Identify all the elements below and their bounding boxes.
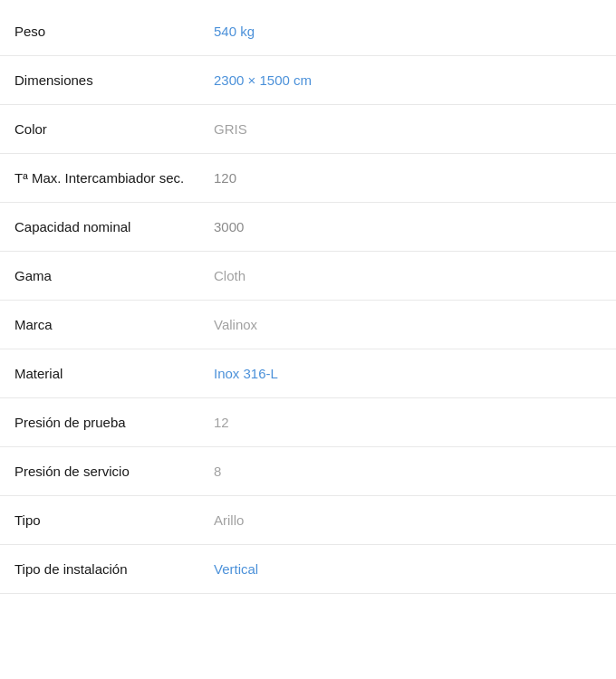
spec-row-capacidad-nominal: Capacidad nominal3000 — [0, 203, 616, 252]
spec-value-presion-prueba: 12 — [214, 415, 229, 430]
spec-value-dimensiones: 2300 × 1500 cm — [214, 72, 312, 88]
spec-label-tipo: Tipo — [14, 512, 214, 528]
spec-label-peso: Peso — [14, 24, 214, 39]
spec-value-material: Inox 316-L — [214, 366, 278, 381]
spec-label-material: Material — [14, 366, 214, 381]
spec-label-presion-servicio: Presión de servicio — [14, 464, 214, 479]
spec-row-marca: MarcaValinox — [0, 301, 616, 349]
spec-row-peso: Peso540 kg — [0, 7, 616, 56]
specs-list: Peso540 kgDimensiones2300 × 1500 cmColor… — [0, 7, 616, 594]
spec-value-marca: Valinox — [214, 317, 257, 332]
spec-value-gama: Cloth — [214, 268, 245, 283]
spec-row-tipo-instalacion: Tipo de instalaciónVertical — [0, 545, 616, 594]
spec-row-presion-prueba: Presión de prueba12 — [0, 398, 616, 447]
spec-value-tipo-instalacion: Vertical — [214, 561, 258, 577]
spec-label-gama: Gama — [14, 268, 214, 283]
spec-label-color: Color — [14, 121, 214, 137]
spec-label-dimensiones: Dimensiones — [14, 72, 214, 88]
spec-row-material: MaterialInox 316-L — [0, 349, 616, 398]
spec-row-color: ColorGRIS — [0, 105, 616, 154]
spec-row-ta-max: Tª Max. Intercambiador sec.120 — [0, 154, 616, 203]
spec-value-color: GRIS — [214, 121, 247, 137]
spec-label-tipo-instalacion: Tipo de instalación — [14, 561, 214, 577]
spec-row-tipo: TipoArillo — [0, 496, 616, 545]
spec-value-tipo: Arillo — [214, 512, 244, 528]
spec-row-dimensiones: Dimensiones2300 × 1500 cm — [0, 56, 616, 105]
spec-label-capacidad-nominal: Capacidad nominal — [14, 219, 214, 234]
spec-label-marca: Marca — [14, 317, 214, 332]
spec-value-peso: 540 kg — [214, 24, 255, 39]
spec-label-ta-max: Tª Max. Intercambiador sec. — [14, 170, 214, 186]
spec-label-presion-prueba: Presión de prueba — [14, 415, 214, 430]
spec-value-capacidad-nominal: 3000 — [214, 219, 244, 234]
spec-row-gama: GamaCloth — [0, 252, 616, 301]
spec-value-ta-max: 120 — [214, 170, 236, 186]
spec-row-presion-servicio: Presión de servicio8 — [0, 447, 616, 496]
spec-value-presion-servicio: 8 — [214, 464, 221, 479]
